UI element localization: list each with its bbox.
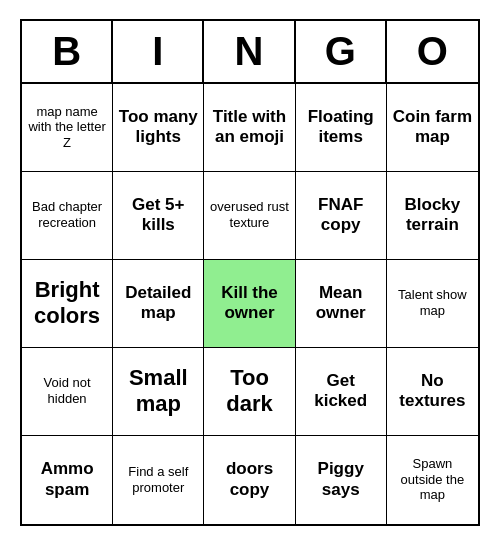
header-letter-N: N	[204, 21, 295, 82]
header-letter-O: O	[387, 21, 478, 82]
bingo-cell-7: overused rust texture	[204, 172, 295, 260]
bingo-cell-19: No textures	[387, 348, 478, 436]
header-letter-G: G	[296, 21, 387, 82]
bingo-cell-24: Spawn outside the map	[387, 436, 478, 524]
bingo-cell-2: Title with an emoji	[204, 84, 295, 172]
header-letter-B: B	[22, 21, 113, 82]
bingo-cell-3: Floating items	[296, 84, 387, 172]
bingo-cell-15: Void not hidden	[22, 348, 113, 436]
bingo-cell-20: Ammo spam	[22, 436, 113, 524]
bingo-cell-16: Small map	[113, 348, 204, 436]
bingo-cell-4: Coin farm map	[387, 84, 478, 172]
bingo-cell-22: doors copy	[204, 436, 295, 524]
bingo-cell-0: map name with the letter Z	[22, 84, 113, 172]
bingo-cell-11: Detailed map	[113, 260, 204, 348]
bingo-cell-17: Too dark	[204, 348, 295, 436]
bingo-card: BINGO map name with the letter ZToo many…	[20, 19, 480, 526]
bingo-cell-8: FNAF copy	[296, 172, 387, 260]
bingo-cell-12: Kill the owner	[204, 260, 295, 348]
bingo-cell-14: Talent show map	[387, 260, 478, 348]
bingo-cell-18: Get kicked	[296, 348, 387, 436]
bingo-grid: map name with the letter ZToo many light…	[22, 84, 478, 524]
bingo-cell-5: Bad chapter recreation	[22, 172, 113, 260]
bingo-cell-13: Mean owner	[296, 260, 387, 348]
bingo-cell-21: Find a self promoter	[113, 436, 204, 524]
header-letter-I: I	[113, 21, 204, 82]
bingo-header: BINGO	[22, 21, 478, 84]
bingo-cell-1: Too many lights	[113, 84, 204, 172]
bingo-cell-10: Bright colors	[22, 260, 113, 348]
bingo-cell-6: Get 5+ kills	[113, 172, 204, 260]
bingo-cell-23: Piggy says	[296, 436, 387, 524]
bingo-cell-9: Blocky terrain	[387, 172, 478, 260]
